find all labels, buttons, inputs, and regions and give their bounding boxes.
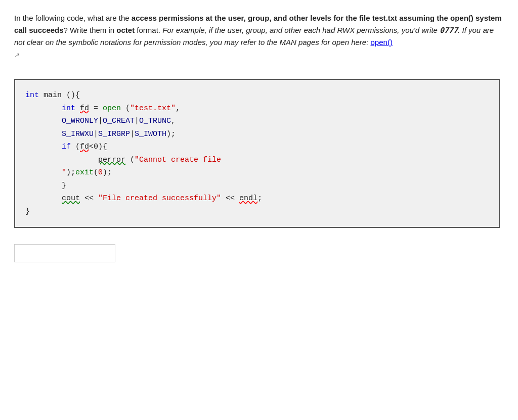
exit-arg: 0 <box>98 168 103 177</box>
var-endl: endl <box>239 194 257 203</box>
code-line-5: if (fd<0){ <box>25 141 489 154</box>
flag-o-wronly: O_WRONLY <box>62 117 98 125</box>
intro-text: In the following code, what are the <box>14 14 132 22</box>
code-line-1: int main (){ <box>25 89 489 102</box>
code-line-6: perror ("Cannot create file <box>25 154 489 167</box>
code-line-9: cout << "File created successfully" << e… <box>25 192 489 205</box>
var-fd: fd <box>80 104 89 113</box>
answer-container <box>14 240 504 262</box>
var-fd-check: fd <box>80 143 89 151</box>
code-line-7: ");exit(0); <box>25 166 489 179</box>
flag-s-irgrp: S_IRGRP <box>98 130 130 138</box>
flag-s-irwxu: S_IRWXU <box>62 130 94 138</box>
code-line-8: } <box>25 179 489 193</box>
flag-s-iwoth: S_IWOTH <box>135 130 166 138</box>
code-block: int main (){ int fd = open ("test.txt", … <box>14 79 500 228</box>
example-value: 0777 <box>440 26 458 35</box>
answer-input[interactable] <box>14 244 115 262</box>
code-line-10: } <box>25 205 489 218</box>
string-cannot-create: "Cannot create file <box>135 156 221 164</box>
flag-o-creat: O_CREAT <box>103 117 135 125</box>
keyword-if: if <box>62 143 71 151</box>
code-line-2: int fd = open ("test.txt", <box>25 102 489 115</box>
func-open: open <box>103 104 121 113</box>
flag-o-trunc: O_TRUNC <box>139 117 171 125</box>
open-man-link[interactable]: open() <box>371 38 393 46</box>
func-cout: cout <box>62 194 80 203</box>
mid-text-1: ? Write them in <box>64 26 117 34</box>
string-test-txt: "test.txt" <box>130 104 176 113</box>
keyword-int-fd: int <box>62 104 75 113</box>
code-line-4: S_IRWXU|S_IRGRP|S_IWOTH); <box>25 128 489 141</box>
question-text: In the following code, what are the acce… <box>14 12 504 49</box>
keyword-int-main: int <box>25 91 39 100</box>
code-line-3: O_WRONLY|O_CREAT|O_TRUNC, <box>25 115 489 128</box>
string-file-created: "File created successfully" <box>98 194 221 203</box>
external-link-icon: ↗ <box>14 52 21 59</box>
question-container: In the following code, what are the acce… <box>14 12 504 59</box>
mid-text-2: format. <box>135 26 162 34</box>
func-exit: exit <box>75 168 94 177</box>
string-close-quote: " <box>62 168 66 177</box>
link-row: ↗ <box>14 52 504 59</box>
bold-text-2: octet <box>116 26 135 34</box>
func-perror: perror <box>98 156 125 164</box>
